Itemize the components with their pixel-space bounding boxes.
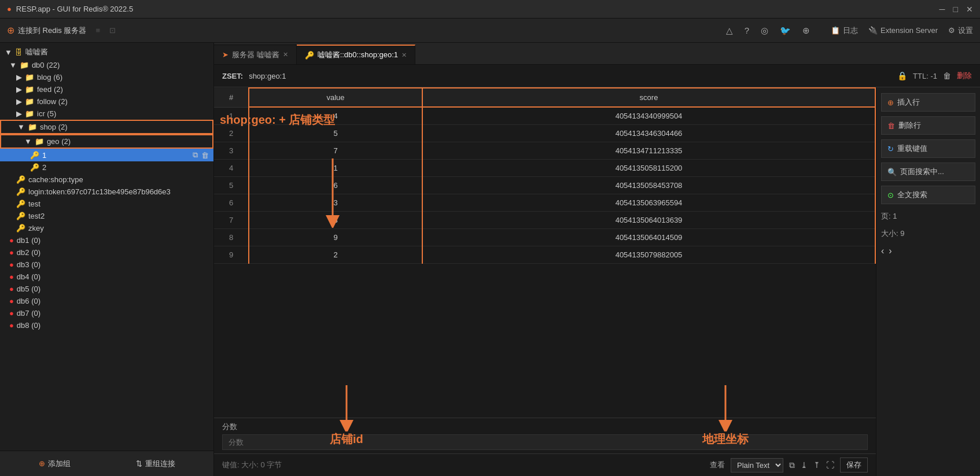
key1-icon: 🔑 — [30, 151, 39, 160]
size-info: 大小: 9 — [881, 228, 975, 239]
sidebar: ▼ 🗄 嘘嘘酱 ▼ 📁 db0 (22) ▶ 📁 blog (6) ▶ 📁 fe… — [0, 43, 214, 476]
help-icon[interactable]: ? — [745, 25, 749, 35]
cell-value[interactable]: 4 — [249, 107, 422, 125]
cell-value[interactable]: 2 — [249, 246, 422, 264]
sidebar-item-db4[interactable]: ● db4 (0) — [0, 271, 213, 283]
sidebar-item-cache[interactable]: 🔑 cache:shop:type — [0, 174, 213, 186]
feed-folder-icon: 📁 — [25, 85, 34, 94]
delete-row-button[interactable]: 🗑 删除行 — [881, 116, 975, 135]
cell-score: 4054135058453708 — [422, 177, 875, 194]
sidebar-item-db1[interactable]: ● db1 (0) — [0, 234, 213, 246]
table-row[interactable]: 6 3 4054135063965594 — [214, 194, 875, 212]
delete-icon[interactable]: 🗑 — [201, 151, 209, 160]
table-area: # value score 1 4 4054134340999504 2 5 4… — [214, 87, 876, 476]
cell-value[interactable]: 3 — [249, 194, 422, 212]
twitter-icon[interactable]: 🐦 — [780, 25, 791, 36]
table-row[interactable]: 9 2 4054135079882005 — [214, 246, 875, 264]
save-button[interactable]: 保存 — [840, 457, 868, 473]
full-search-button[interactable]: ⊙ 全文搜索 — [881, 186, 975, 204]
sidebar-item-db3[interactable]: ● db3 (0) — [0, 259, 213, 271]
table-row[interactable]: 8 9 4054135064014509 — [214, 229, 875, 246]
key-name-input[interactable] — [249, 72, 891, 80]
download-icon[interactable]: ⤓ — [801, 460, 808, 470]
table-row[interactable]: 7 8 4054135064013639 — [214, 212, 875, 229]
send-icon[interactable]: ◎ — [761, 25, 768, 36]
page-value: 1 — [893, 212, 897, 220]
table-row[interactable]: 3 7 4054134711213335 — [214, 142, 875, 160]
sidebar-item-zkey[interactable]: 🔑 zkey — [0, 222, 213, 234]
minimize-button[interactable]: ─ — [940, 5, 945, 14]
db7-label: db7 (0) — [17, 309, 40, 318]
copy-icon[interactable]: ⧉ — [193, 150, 198, 160]
sidebar-item-db8[interactable]: ● db8 (0) — [0, 319, 213, 331]
sidebar-root[interactable]: ▼ 🗄 嘘嘘酱 — [0, 45, 213, 59]
settings-button[interactable]: ⚙ 设置 — [948, 25, 973, 36]
test-label: test — [28, 200, 40, 208]
toolbar-separator: ≡ — [95, 26, 100, 35]
reload-button[interactable]: ↻ 重载键值 — [881, 139, 975, 158]
table-row[interactable]: 2 5 4054134346304466 — [214, 125, 875, 142]
delete-key-button[interactable]: 删除 — [957, 71, 972, 81]
zkey-label: zkey — [28, 224, 44, 233]
cell-value[interactable]: 7 — [249, 142, 422, 160]
maximize-button[interactable]: □ — [953, 5, 958, 14]
sidebar-item-db2[interactable]: ● db2 (0) — [0, 246, 213, 259]
sidebar-item-feed[interactable]: ▶ 📁 feed (2) — [0, 83, 213, 95]
expand-icon[interactable]: ⛶ — [826, 460, 834, 470]
table-container[interactable]: # value score 1 4 4054134340999504 2 5 4… — [214, 87, 876, 418]
table-row[interactable]: 5 6 4054135058453708 — [214, 177, 875, 194]
shop-label: shop (2) — [40, 123, 68, 131]
sidebar-item-geo[interactable]: ▼ 📁 geo (2) — [0, 134, 213, 149]
settings-label: 设置 — [958, 25, 973, 36]
warning-icon[interactable]: △ — [726, 25, 733, 36]
sidebar-item-key-2[interactable]: 🔑 2 — [0, 161, 213, 174]
cell-value[interactable]: 6 — [249, 177, 422, 194]
page-search-button[interactable]: 🔍 页面搜索中... — [881, 163, 975, 181]
sidebar-item-login-token[interactable]: 🔑 login:token:697c071c13be495e87b96d6e3 — [0, 186, 213, 198]
cell-value[interactable]: 5 — [249, 125, 422, 142]
github-icon[interactable]: ⊕ — [802, 25, 810, 36]
cell-score: 4054135079882005 — [422, 246, 875, 264]
cell-score: 4054135058115200 — [422, 160, 875, 177]
connect-button[interactable]: ⊕ 连接到 Redis 服务器 — [7, 25, 86, 36]
next-page-button[interactable]: › — [889, 246, 891, 256]
cell-index: 8 — [214, 229, 249, 246]
cell-value[interactable]: 9 — [249, 229, 422, 246]
sidebar-item-follow[interactable]: ▶ 📁 follow (2) — [0, 95, 213, 108]
insert-row-button[interactable]: ⊕ 插入行 — [881, 93, 975, 112]
log-button[interactable]: 📋 日志 — [831, 25, 858, 36]
key-header: ZSET: 🔒 TTL: -1 🗑 删除 — [214, 65, 980, 87]
prev-page-button[interactable]: ‹ — [881, 246, 884, 256]
cell-value[interactable]: 8 — [249, 212, 422, 229]
server-tab-close[interactable]: ✕ — [283, 51, 288, 58]
sidebar-item-db0[interactable]: ▼ 📁 db0 (22) — [0, 59, 213, 71]
sidebar-item-blog[interactable]: ▶ 📁 blog (6) — [0, 71, 213, 83]
sidebar-item-db5[interactable]: ● db5 (0) — [0, 283, 213, 295]
icr-label: icr (5) — [37, 109, 56, 118]
tab-server[interactable]: ➤ 服务器 嘘嘘酱 ✕ — [214, 45, 297, 64]
sidebar-item-test2[interactable]: 🔑 test2 — [0, 210, 213, 222]
extension-server-button[interactable]: 🔌 Extension Server — [868, 26, 938, 35]
sidebar-item-key-1[interactable]: 🔑 1 ⧉ 🗑 — [0, 149, 213, 161]
copy-value-icon[interactable]: ⧉ — [789, 460, 795, 470]
view-mode-select[interactable]: Plain Text JSON — [731, 458, 783, 473]
cell-value[interactable]: 1 — [249, 160, 422, 177]
sidebar-item-icr[interactable]: ▶ 📁 icr (5) — [0, 108, 213, 120]
key-tab-close[interactable]: ✕ — [401, 51, 407, 59]
log-label: 日志 — [843, 25, 858, 36]
upload-icon[interactable]: ⤒ — [813, 460, 820, 470]
col-score: score — [422, 88, 875, 107]
delete-key-icon[interactable]: 🗑 — [943, 71, 951, 80]
table-row[interactable]: 4 1 4054135058115200 — [214, 160, 875, 177]
reconnect-button[interactable]: ⇅ 重组连接 — [136, 459, 175, 469]
table-row[interactable]: 1 4 4054134340999504 — [214, 107, 875, 125]
sidebar-item-shop[interactable]: ▼ 📁 shop (2) — [0, 120, 213, 134]
sidebar-item-db7[interactable]: ● db7 (0) — [0, 307, 213, 319]
tab-key-detail[interactable]: 🔑 嘘嘘酱::db0::shop:geo:1 ✕ — [297, 45, 415, 64]
score-input[interactable] — [222, 434, 868, 450]
close-button[interactable]: ✕ — [966, 5, 973, 14]
add-group-button[interactable]: ⊕ 添加组 — [39, 459, 71, 469]
sidebar-item-db6[interactable]: ● db6 (0) — [0, 295, 213, 307]
toolbar-icons: △ ? ◎ 🐦 ⊕ — [726, 25, 810, 36]
sidebar-item-test[interactable]: 🔑 test — [0, 198, 213, 210]
